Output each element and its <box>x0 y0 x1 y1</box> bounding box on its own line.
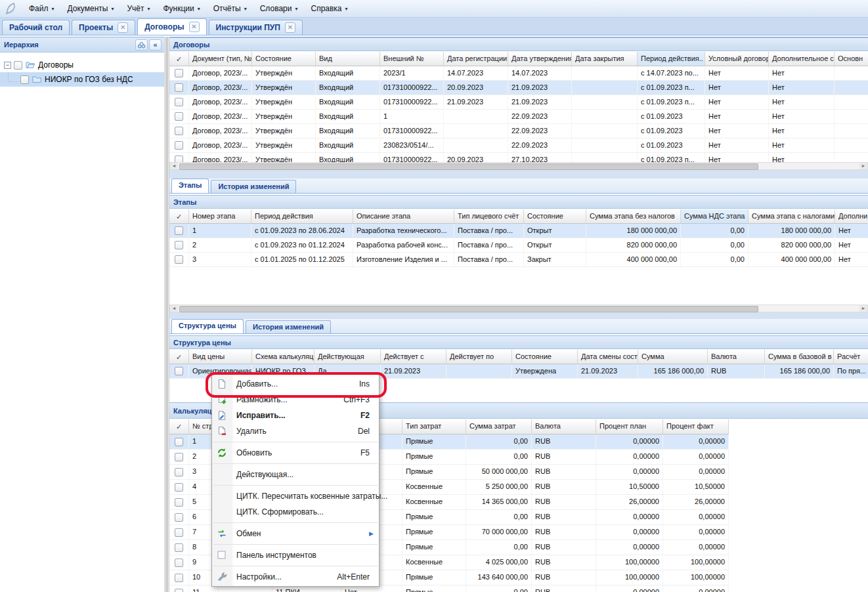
horizontal-scrollbar[interactable]: ◄ ► <box>169 162 868 170</box>
table-row[interactable]: Договор, 2023/...УтверждёнВходящий017310… <box>169 124 868 138</box>
column-header[interactable]: Тип лицевого счёт <box>454 209 524 223</box>
menubar-item-6[interactable]: Словари▾ <box>253 2 305 15</box>
row-checkbox[interactable] <box>175 156 183 162</box>
row-checkbox[interactable] <box>175 226 183 235</box>
row-checkbox[interactable] <box>175 574 183 582</box>
column-header[interactable]: Условный договор <box>705 52 769 66</box>
row-checkbox[interactable] <box>175 98 183 106</box>
table-row[interactable]: 2с 01.09.2023 по 01.12.2024Разработка ра… <box>169 238 868 253</box>
context-menu-item-6[interactable]: Действующая... <box>212 467 379 482</box>
column-header[interactable]: Основн <box>835 52 868 66</box>
vertical-scrollbar[interactable] <box>164 37 169 592</box>
tab-2[interactable]: Проекты✕ <box>72 20 135 35</box>
column-header[interactable]: Сумма затрат <box>466 419 532 434</box>
column-header[interactable]: Сумма НДС этапа <box>681 209 749 223</box>
row-checkbox[interactable] <box>175 69 183 77</box>
column-header[interactable]: Вид <box>316 52 380 66</box>
column-header[interactable]: Состояние <box>524 209 586 223</box>
column-header[interactable]: Процент факт <box>663 419 729 434</box>
column-header[interactable]: Расчёт <box>834 350 868 364</box>
context-menu-item-11[interactable]: Настройки...Alt+Enter <box>212 569 379 585</box>
column-header[interactable]: Сумма этапа с налогами <box>749 209 835 223</box>
row-checkbox[interactable] <box>175 83 183 92</box>
row-checkbox[interactable] <box>175 468 183 476</box>
menubar-item-2[interactable]: Документы▾ <box>61 2 121 15</box>
row-checkbox[interactable] <box>175 112 183 121</box>
column-header[interactable]: Период действия <box>251 209 353 223</box>
horizontal-scrollbar-thumb[interactable] <box>179 163 758 170</box>
tab-stages-2[interactable]: История изменений <box>211 180 296 193</box>
horizontal-scrollbar[interactable]: ◄ ► <box>169 305 868 312</box>
tab-price-1[interactable]: Структура цены <box>171 319 244 333</box>
select-all-header[interactable]: ✓ <box>169 52 189 66</box>
row-checkbox[interactable] <box>175 241 183 249</box>
column-header[interactable]: Дата утверждения <box>508 52 572 66</box>
row-checkbox[interactable] <box>175 483 183 492</box>
row-checkbox[interactable] <box>175 589 183 592</box>
table-row[interactable]: Договор, 2023/...УтверждёнВходящий017310… <box>169 153 868 162</box>
select-all-header[interactable]: ✓ <box>169 350 189 364</box>
scroll-right-icon[interactable]: ► <box>859 305 867 312</box>
column-header[interactable]: Сумма этапа без налогов <box>586 209 681 223</box>
context-menu-item-8[interactable]: ЦИТК. Сформировать... <box>212 504 379 520</box>
column-header[interactable]: Действующая <box>315 350 381 364</box>
context-menu-item-3[interactable]: Исправить...F2 <box>212 408 379 423</box>
column-header[interactable]: Валюта <box>708 350 765 364</box>
column-header[interactable]: Действует по <box>446 350 512 364</box>
column-header[interactable]: Состояние <box>252 52 316 66</box>
context-menu-item-10[interactable]: Панель инструментов <box>212 547 379 563</box>
column-header[interactable]: Сумма <box>638 350 708 364</box>
row-checkbox[interactable] <box>175 513 183 522</box>
table-row[interactable]: 1с 01.09.2023 по 28.06.2024Разработка те… <box>169 224 868 238</box>
menubar-item-5[interactable]: Отчёты▾ <box>207 2 253 15</box>
close-icon[interactable]: ✕ <box>189 22 200 32</box>
tab-price-2[interactable]: История изменений <box>246 320 331 333</box>
row-checkbox[interactable] <box>175 528 183 537</box>
column-header[interactable]: Дополнительное с <box>769 52 835 66</box>
column-header[interactable]: Вид цены <box>189 350 252 364</box>
row-checkbox[interactable] <box>175 367 183 375</box>
menubar-item-1[interactable]: Файл▾ <box>22 2 61 15</box>
table-row[interactable]: Договор, 2023/...УтверждёнВходящий2023/1… <box>169 66 868 81</box>
table-row[interactable]: Договор, 2023/...УтверждёнВходящий122.09… <box>169 110 868 124</box>
row-checkbox[interactable] <box>175 255 183 264</box>
tab-4[interactable]: Инструкции ПУП✕ <box>209 20 303 35</box>
column-header[interactable]: Процент план <box>596 419 663 434</box>
tab-stages-1[interactable]: Этапы <box>171 179 209 193</box>
row-checkbox[interactable] <box>175 127 183 135</box>
select-all-header[interactable]: ✓ <box>169 419 189 434</box>
context-menu-item-7[interactable]: ЦИТК. Пересчитать косвенные затраты... <box>212 488 379 504</box>
context-menu-item-9[interactable]: Обмен▶ <box>212 526 379 541</box>
context-menu-item-5[interactable]: ОбновитьF5 <box>212 445 379 461</box>
column-header[interactable]: Схема калькуляци <box>252 350 315 364</box>
scroll-right-icon[interactable]: ► <box>859 163 867 169</box>
table-row[interactable]: Договор, 2023/...УтверждёнВходящий230823… <box>169 138 868 153</box>
tree-checkbox[interactable] <box>14 61 22 70</box>
tree-item-niokr[interactable]: НИОКР по ГОЗ без НДС <box>0 72 164 87</box>
column-header[interactable]: Дополни <box>835 209 868 223</box>
row-checkbox[interactable] <box>175 141 183 150</box>
context-menu-item-4[interactable]: УдалитьDel <box>212 423 379 439</box>
collapse-panel-button[interactable]: « <box>149 39 162 51</box>
context-menu-item-2[interactable]: Размножить...Ctrl+F3 <box>212 392 379 408</box>
column-header[interactable]: Дата закрытия <box>572 52 638 66</box>
row-checkbox[interactable] <box>175 438 183 446</box>
column-header[interactable]: Дата регистрации. <box>444 52 508 66</box>
row-checkbox[interactable] <box>175 559 183 567</box>
tree-item-contracts[interactable]: − Договоры <box>0 58 164 72</box>
tree-expander-icon[interactable]: − <box>4 62 11 69</box>
column-header[interactable]: Внешний № <box>380 52 444 66</box>
column-header[interactable]: Период действия.. <box>638 52 705 66</box>
tab-3[interactable]: Договоры✕ <box>137 18 206 35</box>
table-row[interactable]: 3с 01.01.2025 по 01.12.2025Изготовление … <box>169 253 868 267</box>
menubar-item-3[interactable]: Учёт▾ <box>120 2 156 15</box>
close-icon[interactable]: ✕ <box>118 22 128 33</box>
scroll-left-icon[interactable]: ◄ <box>170 163 178 169</box>
column-header[interactable]: Описание этапа <box>353 209 454 223</box>
column-header[interactable]: Документ (тип, № <box>189 52 252 66</box>
search-button[interactable] <box>135 39 148 51</box>
horizontal-scrollbar-thumb[interactable] <box>179 306 758 312</box>
menubar-item-4[interactable]: Функции▾ <box>156 2 206 15</box>
close-icon[interactable]: ✕ <box>285 22 295 33</box>
table-row[interactable]: Договор, 2023/...УтверждёнВходящий017310… <box>169 95 868 110</box>
